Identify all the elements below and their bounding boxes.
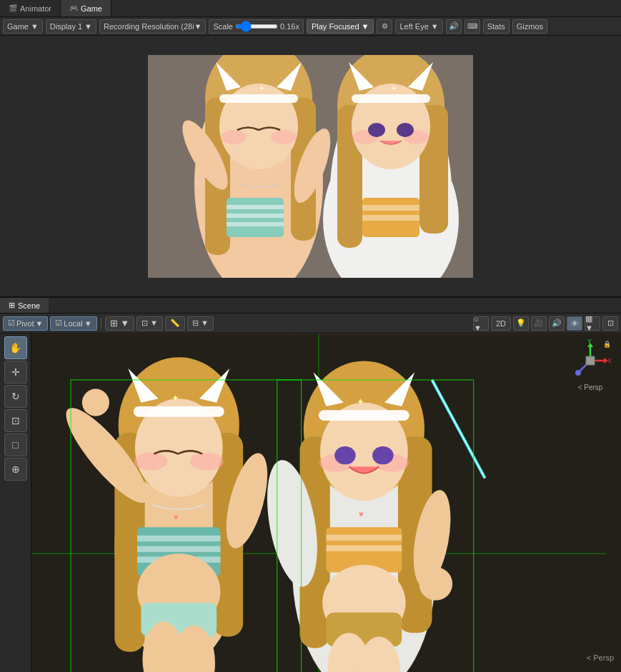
svg-text:♥: ♥ <box>174 512 179 521</box>
hand-tool-btn[interactable]: ✋ <box>4 336 27 359</box>
effects-btn[interactable]: ⊡ <box>602 316 618 331</box>
chevron-icon2: ▼ <box>84 319 92 328</box>
svg-text:Y: Y <box>587 339 592 345</box>
svg-text:✦: ✦ <box>259 84 264 92</box>
2d-label: 2D <box>496 319 506 328</box>
svg-text:X: X <box>607 357 612 364</box>
svg-rect-10 <box>219 94 298 103</box>
display-selector[interactable]: Display 1 ▼ <box>46 19 96 34</box>
chevron-down-icon: ▼ <box>362 22 369 31</box>
scale-label: Scale <box>213 22 233 31</box>
audio-icon: 🔊 <box>449 21 459 31</box>
pivot-button[interactable]: ☑ Pivot ▼ <box>3 316 48 331</box>
resolution-label: Recording Resolution (28i▼ <box>104 22 202 31</box>
gizmo-container: 🔒 Y X < Persp <box>565 339 615 403</box>
circle-btn[interactable]: ○ ▼ <box>473 316 489 331</box>
svg-rect-95 <box>586 356 595 365</box>
svg-point-71 <box>334 446 356 464</box>
svg-point-28 <box>397 123 414 137</box>
svg-rect-13 <box>227 214 284 218</box>
scene-tab[interactable]: ⊞ Scene <box>0 298 49 313</box>
scene-tools-panel: ✋ ✛ ↻ ⊡ □ ⊕ <box>0 334 31 672</box>
gizmos-label: Gizmos <box>517 22 543 31</box>
svg-rect-77 <box>327 535 402 541</box>
scale-tool-btn[interactable]: ⊡ <box>4 409 27 432</box>
eye-btn[interactable]: 👁 <box>567 316 582 331</box>
svg-point-49 <box>82 389 109 416</box>
grid-icon: ⊞ <box>9 301 15 310</box>
svg-rect-45 <box>134 406 224 417</box>
keyboard-icon: ⌨ <box>467 22 477 30</box>
svg-rect-78 <box>327 546 402 551</box>
display-scene-btn[interactable]: ▦ ▼ <box>585 316 600 331</box>
stats-button[interactable]: Stats <box>483 19 510 34</box>
left-eye-selector[interactable]: Left Eye ▼ <box>395 19 442 34</box>
play-focused-label: Play Focused <box>312 22 359 31</box>
chevron-down-icon: ▼ <box>84 22 92 31</box>
game-icon: 🎮 <box>69 4 78 12</box>
audio-button[interactable]: 🔊 <box>446 19 462 34</box>
tab-game[interactable]: 🎮 Game <box>61 0 111 16</box>
resolution-selector[interactable]: Recording Resolution (28i▼ <box>99 19 206 34</box>
svg-text:♥: ♥ <box>359 509 364 518</box>
svg-rect-31 <box>362 205 419 211</box>
svg-point-72 <box>372 446 394 464</box>
animator-icon: 🎬 <box>9 4 17 12</box>
svg-rect-14 <box>227 222 284 226</box>
snap-btn[interactable]: ⊡ ▼ <box>136 316 163 331</box>
all-transform-btn[interactable]: ⊕ <box>4 458 27 481</box>
scale-slider[interactable] <box>235 24 278 29</box>
pivot-label: Pivot <box>16 319 34 328</box>
keyboard-button[interactable]: ⌨ <box>464 19 480 34</box>
stats-label: Stats <box>487 22 505 31</box>
svg-rect-29 <box>352 94 430 103</box>
scene-toolbar: ☑ Pivot ▼ ☑ Local ▼ ⊞ ▼ ⊡ ▼ 📏 ⊟ ▼ ○ ▼ 2D… <box>0 314 621 334</box>
vr-button[interactable]: ⚙ <box>377 19 392 34</box>
svg-point-74 <box>419 567 453 601</box>
light-btn[interactable]: 💡 <box>513 316 529 331</box>
game-selector[interactable]: Game ▼ <box>3 19 43 34</box>
game-toolbar: Game ▼ Display 1 ▼ Recording Resolution … <box>0 17 621 36</box>
play-focused-button[interactable]: Play Focused ▼ <box>307 19 374 34</box>
grid-btn[interactable]: ⊞ ▼ <box>105 316 134 331</box>
scene-view: ✋ ✛ ↻ ⊡ □ ⊕ <box>0 334 621 672</box>
tab-animator[interactable]: 🎬 Animator <box>0 0 61 16</box>
vr-icon: ⚙ <box>382 22 388 30</box>
chevron-down-icon: ▼ <box>431 22 439 31</box>
svg-point-8 <box>221 130 247 144</box>
scene-toolbar-right: ○ ▼ 2D 💡 🎥 🔊 👁 ▦ ▼ ⊡ <box>473 316 618 331</box>
game-selector-label: Game <box>7 22 29 31</box>
svg-point-47 <box>190 452 224 470</box>
persp-label: < Persp <box>587 653 614 662</box>
scene-tab-bar: ⊞ Scene <box>0 296 621 314</box>
checkbox-icon: ☑ <box>8 319 15 328</box>
left-eye-label: Left Eye <box>399 22 428 31</box>
svg-text:✦: ✦ <box>391 84 397 92</box>
svg-point-46 <box>134 452 168 470</box>
audio-scene-btn[interactable]: 🔊 <box>549 316 565 331</box>
chevron-down-icon: ▼ <box>31 22 39 31</box>
game-viewport: ✦ ✦ <box>148 55 473 278</box>
rotate-tool-btn[interactable]: ↻ <box>4 385 27 408</box>
rect-transform-btn[interactable]: □ <box>4 433 27 456</box>
svg-rect-53 <box>137 546 220 552</box>
svg-text:✦: ✦ <box>357 397 364 407</box>
chevron-icon: ▼ <box>35 319 43 328</box>
svg-text:✦: ✦ <box>172 393 179 403</box>
gizmos-button[interactable]: Gizmos <box>512 19 547 34</box>
extra-btn[interactable]: ⊟ ▼ <box>187 316 214 331</box>
2d-btn[interactable]: 2D <box>491 316 511 331</box>
scale-control[interactable]: Scale 0.16x <box>209 19 303 34</box>
scene-viewport[interactable]: ✦ ♥ <box>31 334 621 672</box>
svg-rect-52 <box>137 536 220 541</box>
svg-text:🔒: 🔒 <box>603 340 612 348</box>
svg-rect-12 <box>227 205 284 209</box>
game-scene-svg: ✦ ✦ <box>148 55 473 278</box>
ruler-btn[interactable]: 📏 <box>165 316 185 331</box>
tab-bar: 🎬 Animator 🎮 Game <box>0 0 621 17</box>
local-button[interactable]: ☑ Local ▼ <box>50 316 96 331</box>
camera-btn[interactable]: 🎥 <box>531 316 547 331</box>
move-tool-btn[interactable]: ✛ <box>4 361 27 383</box>
gizmo-persp-label: < Persp <box>578 383 603 391</box>
scene-svg: ✦ ♥ <box>31 334 621 672</box>
